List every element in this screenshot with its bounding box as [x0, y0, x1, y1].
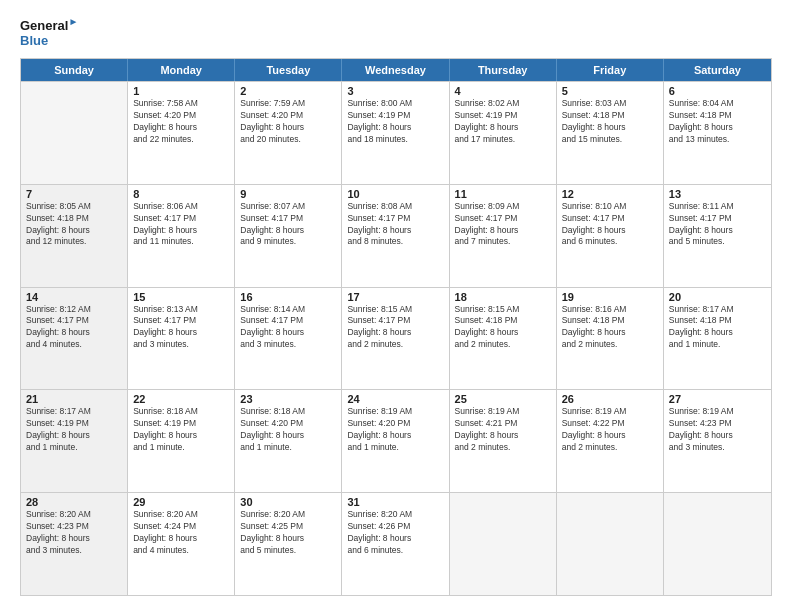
day-info: Sunrise: 8:08 AM Sunset: 4:17 PM Dayligh… — [347, 201, 443, 249]
calendar-cell: 30Sunrise: 8:20 AM Sunset: 4:25 PM Dayli… — [235, 493, 342, 595]
calendar-cell: 6Sunrise: 8:04 AM Sunset: 4:18 PM Daylig… — [664, 82, 771, 184]
weekday-header: Monday — [128, 59, 235, 81]
weekday-header: Saturday — [664, 59, 771, 81]
calendar: SundayMondayTuesdayWednesdayThursdayFrid… — [20, 58, 772, 596]
calendar-cell — [450, 493, 557, 595]
calendar-cell: 18Sunrise: 8:15 AM Sunset: 4:18 PM Dayli… — [450, 288, 557, 390]
day-number: 19 — [562, 291, 658, 303]
calendar-cell: 31Sunrise: 8:20 AM Sunset: 4:26 PM Dayli… — [342, 493, 449, 595]
day-number: 6 — [669, 85, 766, 97]
day-info: Sunrise: 8:19 AM Sunset: 4:22 PM Dayligh… — [562, 406, 658, 454]
calendar-cell: 15Sunrise: 8:13 AM Sunset: 4:17 PM Dayli… — [128, 288, 235, 390]
day-number: 25 — [455, 393, 551, 405]
day-info: Sunrise: 7:59 AM Sunset: 4:20 PM Dayligh… — [240, 98, 336, 146]
day-info: Sunrise: 8:03 AM Sunset: 4:18 PM Dayligh… — [562, 98, 658, 146]
calendar-cell: 12Sunrise: 8:10 AM Sunset: 4:17 PM Dayli… — [557, 185, 664, 287]
day-number: 31 — [347, 496, 443, 508]
day-number: 27 — [669, 393, 766, 405]
day-number: 22 — [133, 393, 229, 405]
calendar-cell: 9Sunrise: 8:07 AM Sunset: 4:17 PM Daylig… — [235, 185, 342, 287]
day-info: Sunrise: 8:15 AM Sunset: 4:17 PM Dayligh… — [347, 304, 443, 352]
day-info: Sunrise: 8:20 AM Sunset: 4:23 PM Dayligh… — [26, 509, 122, 557]
day-info: Sunrise: 8:12 AM Sunset: 4:17 PM Dayligh… — [26, 304, 122, 352]
day-info: Sunrise: 8:05 AM Sunset: 4:18 PM Dayligh… — [26, 201, 122, 249]
calendar-cell: 8Sunrise: 8:06 AM Sunset: 4:17 PM Daylig… — [128, 185, 235, 287]
calendar-cell: 14Sunrise: 8:12 AM Sunset: 4:17 PM Dayli… — [21, 288, 128, 390]
day-number: 8 — [133, 188, 229, 200]
logo-general: General► — [20, 16, 78, 34]
day-number: 15 — [133, 291, 229, 303]
day-info: Sunrise: 8:07 AM Sunset: 4:17 PM Dayligh… — [240, 201, 336, 249]
day-number: 21 — [26, 393, 122, 405]
day-number: 4 — [455, 85, 551, 97]
calendar-cell: 19Sunrise: 8:16 AM Sunset: 4:18 PM Dayli… — [557, 288, 664, 390]
day-info: Sunrise: 8:06 AM Sunset: 4:17 PM Dayligh… — [133, 201, 229, 249]
calendar-row: 1Sunrise: 7:58 AM Sunset: 4:20 PM Daylig… — [21, 81, 771, 184]
day-number: 3 — [347, 85, 443, 97]
calendar-cell: 25Sunrise: 8:19 AM Sunset: 4:21 PM Dayli… — [450, 390, 557, 492]
day-number: 26 — [562, 393, 658, 405]
logo: General► Blue — [20, 16, 78, 48]
weekday-header: Sunday — [21, 59, 128, 81]
day-number: 17 — [347, 291, 443, 303]
weekday-header: Tuesday — [235, 59, 342, 81]
logo-container: General► Blue — [20, 16, 78, 48]
calendar-cell: 3Sunrise: 8:00 AM Sunset: 4:19 PM Daylig… — [342, 82, 449, 184]
calendar-cell: 2Sunrise: 7:59 AM Sunset: 4:20 PM Daylig… — [235, 82, 342, 184]
calendar-cell: 27Sunrise: 8:19 AM Sunset: 4:23 PM Dayli… — [664, 390, 771, 492]
day-number: 20 — [669, 291, 766, 303]
calendar-row: 21Sunrise: 8:17 AM Sunset: 4:19 PM Dayli… — [21, 389, 771, 492]
day-info: Sunrise: 8:09 AM Sunset: 4:17 PM Dayligh… — [455, 201, 551, 249]
day-number: 24 — [347, 393, 443, 405]
day-number: 10 — [347, 188, 443, 200]
calendar-row: 14Sunrise: 8:12 AM Sunset: 4:17 PM Dayli… — [21, 287, 771, 390]
day-info: Sunrise: 8:15 AM Sunset: 4:18 PM Dayligh… — [455, 304, 551, 352]
day-number: 7 — [26, 188, 122, 200]
day-number: 14 — [26, 291, 122, 303]
calendar-cell: 29Sunrise: 8:20 AM Sunset: 4:24 PM Dayli… — [128, 493, 235, 595]
day-number: 2 — [240, 85, 336, 97]
day-info: Sunrise: 8:16 AM Sunset: 4:18 PM Dayligh… — [562, 304, 658, 352]
day-info: Sunrise: 8:17 AM Sunset: 4:19 PM Dayligh… — [26, 406, 122, 454]
calendar-row: 7Sunrise: 8:05 AM Sunset: 4:18 PM Daylig… — [21, 184, 771, 287]
day-info: Sunrise: 8:14 AM Sunset: 4:17 PM Dayligh… — [240, 304, 336, 352]
calendar-header: SundayMondayTuesdayWednesdayThursdayFrid… — [21, 59, 771, 81]
day-info: Sunrise: 7:58 AM Sunset: 4:20 PM Dayligh… — [133, 98, 229, 146]
calendar-cell: 26Sunrise: 8:19 AM Sunset: 4:22 PM Dayli… — [557, 390, 664, 492]
day-info: Sunrise: 8:11 AM Sunset: 4:17 PM Dayligh… — [669, 201, 766, 249]
day-info: Sunrise: 8:19 AM Sunset: 4:20 PM Dayligh… — [347, 406, 443, 454]
calendar-cell: 4Sunrise: 8:02 AM Sunset: 4:19 PM Daylig… — [450, 82, 557, 184]
day-number: 9 — [240, 188, 336, 200]
page: General► Blue SundayMondayTuesdayWednesd… — [0, 0, 792, 612]
calendar-cell: 16Sunrise: 8:14 AM Sunset: 4:17 PM Dayli… — [235, 288, 342, 390]
day-info: Sunrise: 8:13 AM Sunset: 4:17 PM Dayligh… — [133, 304, 229, 352]
calendar-cell: 13Sunrise: 8:11 AM Sunset: 4:17 PM Dayli… — [664, 185, 771, 287]
calendar-cell — [21, 82, 128, 184]
day-number: 30 — [240, 496, 336, 508]
header: General► Blue — [20, 16, 772, 48]
calendar-cell: 11Sunrise: 8:09 AM Sunset: 4:17 PM Dayli… — [450, 185, 557, 287]
day-number: 12 — [562, 188, 658, 200]
weekday-header: Thursday — [450, 59, 557, 81]
day-info: Sunrise: 8:20 AM Sunset: 4:25 PM Dayligh… — [240, 509, 336, 557]
calendar-cell: 5Sunrise: 8:03 AM Sunset: 4:18 PM Daylig… — [557, 82, 664, 184]
day-number: 16 — [240, 291, 336, 303]
day-info: Sunrise: 8:19 AM Sunset: 4:21 PM Dayligh… — [455, 406, 551, 454]
day-info: Sunrise: 8:17 AM Sunset: 4:18 PM Dayligh… — [669, 304, 766, 352]
day-info: Sunrise: 8:18 AM Sunset: 4:19 PM Dayligh… — [133, 406, 229, 454]
logo-blue: Blue — [20, 34, 48, 48]
calendar-row: 28Sunrise: 8:20 AM Sunset: 4:23 PM Dayli… — [21, 492, 771, 595]
day-info: Sunrise: 8:19 AM Sunset: 4:23 PM Dayligh… — [669, 406, 766, 454]
day-info: Sunrise: 8:20 AM Sunset: 4:24 PM Dayligh… — [133, 509, 229, 557]
day-info: Sunrise: 8:18 AM Sunset: 4:20 PM Dayligh… — [240, 406, 336, 454]
calendar-cell: 28Sunrise: 8:20 AM Sunset: 4:23 PM Dayli… — [21, 493, 128, 595]
day-number: 18 — [455, 291, 551, 303]
day-number: 13 — [669, 188, 766, 200]
weekday-header: Wednesday — [342, 59, 449, 81]
weekday-header: Friday — [557, 59, 664, 81]
day-info: Sunrise: 8:02 AM Sunset: 4:19 PM Dayligh… — [455, 98, 551, 146]
calendar-cell: 1Sunrise: 7:58 AM Sunset: 4:20 PM Daylig… — [128, 82, 235, 184]
calendar-body: 1Sunrise: 7:58 AM Sunset: 4:20 PM Daylig… — [21, 81, 771, 595]
calendar-cell — [557, 493, 664, 595]
calendar-cell — [664, 493, 771, 595]
